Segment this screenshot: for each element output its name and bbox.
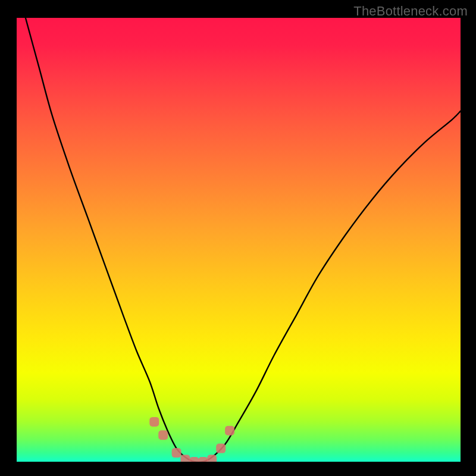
valley-marker [158,430,168,440]
valley-marker [189,457,199,462]
valley-marker [207,455,217,462]
chart-frame: TheBottleneck.com [0,0,476,476]
curve-layer [17,18,461,462]
valley-marker [181,455,190,462]
valley-marker [172,448,181,458]
valley-markers [149,417,234,462]
valley-marker [225,426,234,436]
watermark-text: TheBottleneck.com [353,4,468,19]
valley-marker [149,417,159,427]
valley-marker [198,457,208,462]
valley-marker [216,444,226,453]
bottleneck-curve [26,18,461,462]
plot-area [17,18,461,462]
